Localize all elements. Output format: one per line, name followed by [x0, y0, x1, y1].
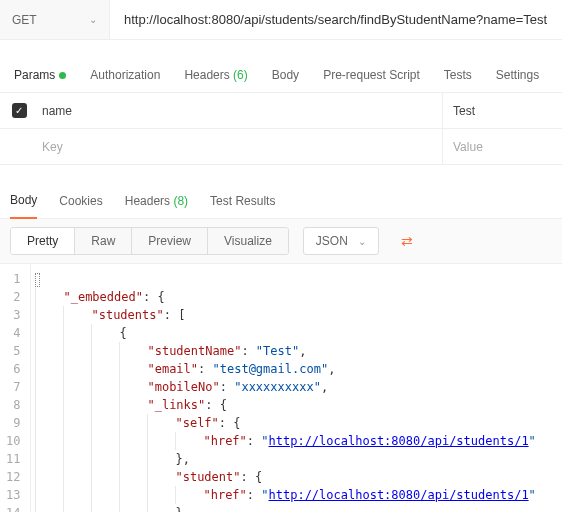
tab-authorization[interactable]: Authorization: [90, 58, 160, 92]
resp-tab-headers[interactable]: Headers (8): [125, 184, 188, 218]
chevron-down-icon: ⌄: [358, 236, 366, 247]
wrap-lines-button[interactable]: ⇄: [393, 227, 421, 255]
param-checkbox[interactable]: ✓: [12, 103, 27, 118]
chevron-down-icon: ⌄: [89, 14, 97, 25]
tab-settings[interactable]: Settings: [496, 58, 539, 92]
response-type-select[interactable]: JSON ⌄: [303, 227, 379, 255]
tab-headers[interactable]: Headers (6): [184, 58, 247, 92]
resp-tab-cookies[interactable]: Cookies: [59, 184, 102, 218]
http-method-label: GET: [12, 13, 37, 27]
request-tabs: Params Authorization Headers (6) Body Pr…: [0, 58, 562, 93]
tab-prerequest[interactable]: Pre-request Script: [323, 58, 420, 92]
resp-tab-test-results[interactable]: Test Results: [210, 184, 275, 218]
resp-tab-body[interactable]: Body: [10, 183, 37, 219]
response-view-controls: Pretty Raw Preview Visualize JSON ⌄ ⇄: [0, 219, 562, 264]
tab-body[interactable]: Body: [272, 58, 299, 92]
params-table: ✓ name Test Key Value: [0, 93, 562, 165]
param-value[interactable]: Test: [442, 93, 562, 128]
line-gutter: 12345678910111213141516: [0, 264, 31, 512]
response-body[interactable]: 12345678910111213141516 "_embedded": { "…: [0, 264, 562, 512]
view-raw[interactable]: Raw: [75, 228, 132, 254]
view-visualize[interactable]: Visualize: [208, 228, 288, 254]
tab-params[interactable]: Params: [14, 58, 66, 92]
param-row-empty[interactable]: Key Value: [0, 129, 562, 165]
response-tabs: Body Cookies Headers (8) Test Results: [0, 183, 562, 219]
view-preview[interactable]: Preview: [132, 228, 208, 254]
param-key-placeholder[interactable]: Key: [38, 140, 442, 154]
url-input[interactable]: [124, 12, 548, 27]
param-value-placeholder[interactable]: Value: [442, 129, 562, 164]
http-method-select[interactable]: GET ⌄: [0, 0, 110, 39]
code-content: "_embedded": { "students": [ { "studentN…: [31, 264, 562, 512]
params-active-dot-icon: [59, 72, 66, 79]
wrap-icon: ⇄: [401, 233, 413, 249]
param-row[interactable]: ✓ name Test: [0, 93, 562, 129]
tab-tests[interactable]: Tests: [444, 58, 472, 92]
view-pretty[interactable]: Pretty: [11, 228, 75, 254]
param-key[interactable]: name: [38, 104, 442, 118]
